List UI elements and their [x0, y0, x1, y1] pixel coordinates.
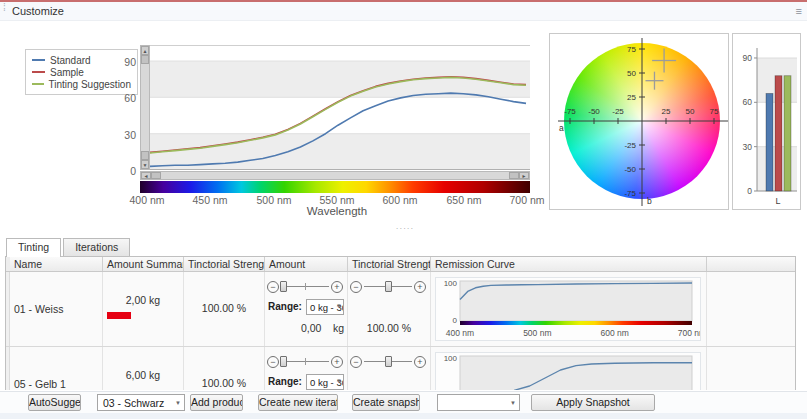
scroll-up-icon[interactable]: ▲ [141, 46, 149, 55]
bottom-tabs: Tinting Iterations [6, 238, 132, 257]
splitter-handle[interactable]: ····· [394, 227, 416, 233]
scroll-thumb[interactable] [141, 151, 149, 160]
svg-text:30: 30 [743, 142, 753, 152]
y-axis-tick: 90 [108, 56, 136, 68]
scroll-thumb[interactable] [141, 55, 149, 64]
slider-center-tick [305, 358, 306, 365]
slider-thumb[interactable] [385, 281, 392, 292]
scroll-down-icon[interactable]: ▼ [141, 160, 149, 169]
svg-text:-75: -75 [624, 189, 636, 198]
slider-track[interactable] [281, 355, 329, 368]
cell-tinctorial-strength: − + [347, 347, 430, 390]
range-combobox[interactable]: 0 kg - 300 l ▼ [306, 299, 344, 315]
svg-text:700 nm: 700 nm [678, 328, 700, 338]
column-header-amount[interactable]: Amount [264, 257, 347, 271]
column-header-amount-summary[interactable]: Amount Summary [102, 257, 183, 271]
ts-slider: − + [350, 355, 426, 368]
ab-axes-overlay: -75-50-25255075755025-25-50-75ab [550, 34, 730, 211]
scroll-thumb[interactable] [151, 172, 161, 179]
svg-text:600 nm: 600 nm [600, 328, 628, 338]
lab-color-wheel-panel: -75-50-25255075755025-25-50-75ab [549, 33, 729, 210]
svg-text:L: L [775, 196, 780, 206]
chevron-down-icon[interactable]: ▼ [336, 303, 342, 309]
cell-remission-curve: 1000400 nm500 nm600 nm700 nm [430, 347, 706, 390]
scroll-left-icon[interactable]: ◄ [141, 172, 151, 179]
svg-text:400 nm: 400 nm [446, 328, 474, 338]
range-combobox[interactable]: 0 kg - 300 l ▼ [306, 374, 344, 390]
amount-value[interactable]: 0,00 [301, 322, 321, 334]
svg-text:-50: -50 [624, 165, 636, 174]
create-new-iteration-button[interactable]: Create new iteration [258, 394, 338, 411]
slider-track[interactable] [364, 280, 412, 293]
slider-track[interactable] [364, 355, 412, 368]
column-header-empty [706, 257, 795, 271]
svg-text:a: a [559, 123, 564, 133]
slider-track[interactable] [281, 280, 329, 293]
apply-snapshot-button[interactable]: Apply Snapshot [531, 394, 655, 411]
add-product-button[interactable]: Add product [190, 394, 243, 411]
legend-dash-tinting [32, 83, 44, 85]
plus-icon[interactable]: + [414, 281, 426, 293]
product-name: 05 - Gelb 1 [14, 378, 66, 390]
minus-icon[interactable]: − [267, 356, 279, 368]
legend-label: Sample [50, 67, 84, 78]
plus-icon[interactable]: + [414, 356, 426, 368]
chevron-down-icon[interactable]: ▼ [175, 400, 181, 406]
y-axis-tick: 60 [108, 92, 136, 104]
spectral-remission-chart [140, 45, 530, 170]
legend-dash-standard [32, 59, 45, 61]
customize-toolbar: ⁞ Customize ≡ [0, 0, 807, 21]
slider-thumb[interactable] [280, 356, 287, 367]
chevron-down-icon[interactable]: ▼ [510, 400, 516, 406]
x-axis-tick: 650 nm [442, 194, 486, 206]
cell-empty [706, 347, 795, 390]
create-snapshot-button[interactable]: Create snapshot [352, 394, 420, 411]
chart-vertical-scrollbar[interactable]: ▲ ▼ [140, 45, 150, 170]
tab-iterations[interactable]: Iterations [63, 238, 130, 256]
product-combobox[interactable]: 03 - Schwarz ▼ [97, 394, 185, 411]
column-header-tinctorial-strength[interactable]: Tinctorial Strength [347, 257, 430, 271]
svg-text:-25: -25 [612, 107, 624, 116]
slider-thumb[interactable] [280, 281, 287, 292]
tab-tinting[interactable]: Tinting [6, 238, 61, 257]
svg-text:75: 75 [627, 45, 636, 54]
plus-icon[interactable]: + [331, 356, 343, 368]
cell-remission-curve: 1000400 nm500 nm600 nm700 nm [430, 272, 706, 346]
remission-mini-chart: 1000400 nm500 nm600 nm700 nm [435, 352, 701, 390]
window-bottom-strip [0, 413, 807, 419]
chevron-down-icon[interactable]: ▼ [336, 378, 342, 384]
bottom-toolbar: AutoSuggest 03 - Schwarz ▼ Add product C… [0, 391, 807, 413]
product-name: 01 - Weiss [14, 303, 63, 315]
table-row[interactable]: 05 - Gelb 1 6,00 kg 100.00 % − [6, 347, 795, 390]
grid-header: Name Amount Summary Tinctorial Strength … [6, 257, 795, 272]
scroll-right-icon[interactable]: ► [519, 172, 529, 179]
chart-horizontal-scrollbar[interactable]: ◄ ► [140, 171, 530, 180]
column-header-remission-curve[interactable]: Remission Curve [430, 257, 706, 271]
column-header-tinctorial-strength-summary[interactable]: Tinctorial Strength Su... [183, 257, 264, 271]
table-row[interactable]: 01 - Weiss 2,00 kg 100.00 % − [6, 272, 795, 347]
svg-text:0: 0 [453, 316, 458, 325]
scroll-thumb[interactable] [509, 172, 519, 179]
svg-text:50: 50 [686, 107, 695, 116]
amount-bar [107, 312, 131, 319]
svg-text:b: b [647, 196, 652, 206]
amount-summary-value: 6,00 kg [103, 369, 183, 381]
snapshot-combobox[interactable]: ▼ [437, 394, 520, 411]
app-window: ⁞ Customize ≡ Standard Sample Tinting Su… [0, 0, 807, 419]
autosuggest-button[interactable]: AutoSuggest [28, 394, 81, 411]
slider-thumb[interactable] [385, 356, 392, 367]
plus-icon[interactable]: + [331, 281, 343, 293]
cell-name: 01 - Weiss [10, 272, 102, 346]
x-axis-tick: 700 nm [505, 194, 549, 206]
ts-slider: − + [350, 280, 426, 293]
tinting-grid: Name Amount Summary Tinctorial Strength … [5, 256, 796, 390]
overflow-menu-icon[interactable]: ≡ [796, 5, 802, 17]
legend-item-tinting-suggestion: Tinting Suggestion [32, 78, 131, 90]
drag-grip-icon[interactable]: ⁞ [3, 4, 5, 12]
minus-icon[interactable]: − [350, 281, 362, 293]
amount-slider: − + [267, 280, 343, 293]
column-header-name[interactable]: Name [10, 257, 102, 271]
minus-icon[interactable]: − [267, 281, 279, 293]
cell-ts-summary: 100.00 % [183, 347, 264, 390]
minus-icon[interactable]: − [350, 356, 362, 368]
